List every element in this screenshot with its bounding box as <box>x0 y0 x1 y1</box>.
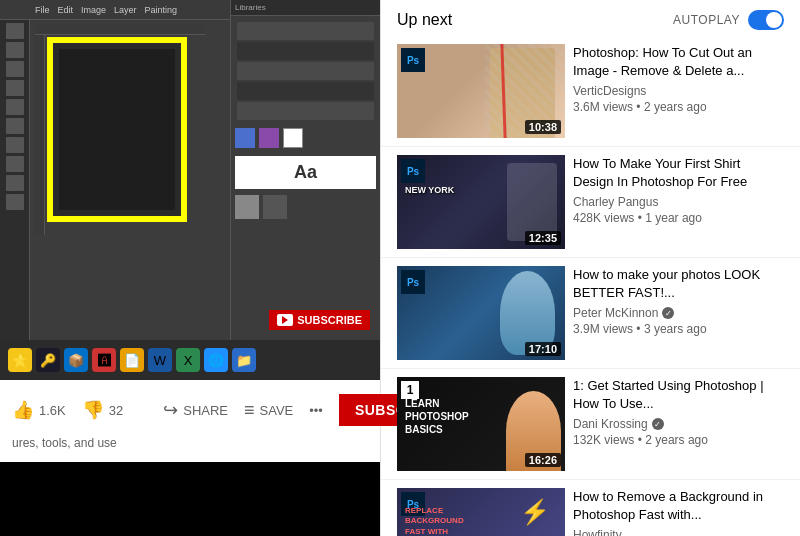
video-title-5: How to Remove a Background in Photoshop … <box>573 488 784 524</box>
play-triangle-icon <box>282 316 288 324</box>
video-content: File Edit Image Layer Painting <box>0 0 380 340</box>
thumb-wrap-1: Ps 10:38 <box>397 44 565 138</box>
video-meta-1: Photoshop: How To Cut Out an Image - Rem… <box>573 44 784 138</box>
ps-canvas <box>47 37 187 222</box>
ps-tool-9 <box>6 175 24 191</box>
thumb-wrap-5: Ps REPLACEBACKGROUNDFAST WITH ⚡ <box>397 488 565 536</box>
like-button[interactable]: 👍 1.6K <box>12 399 66 421</box>
video-views-1: 3.6M views • 2 years ago <box>573 100 784 114</box>
ps-tool-6 <box>6 118 24 134</box>
save-button[interactable]: ≡ SAVE <box>244 400 293 421</box>
video-description-snippet: ures, tools, and use <box>12 432 368 454</box>
video-player[interactable]: File Edit Image Layer Painting <box>0 0 380 340</box>
ps-panel-row-1 <box>237 22 374 40</box>
more-dots-icon: ••• <box>309 403 323 418</box>
duration-4: 16:26 <box>525 453 561 467</box>
ps-layer-styles <box>235 195 376 219</box>
ps-ruler-h <box>35 25 205 35</box>
ps-menu-edit: Edit <box>58 5 74 15</box>
ps-tab-painting: Painting <box>145 5 178 15</box>
sidebar-header: Up next AUTOPLAY <box>381 0 800 36</box>
recommended-video-4[interactable]: 1 LEARNPHOTOSHOPBASICS 16:26 1: Get Star… <box>381 369 800 480</box>
duration-3: 17:10 <box>525 342 561 356</box>
ps-tool-4 <box>6 80 24 96</box>
share-button[interactable]: ↪ SHARE <box>163 399 228 421</box>
video-channel-5: Howfinity <box>573 528 784 536</box>
subscribe-overlay-label: SUBSCRIBE <box>297 314 362 326</box>
video-area: File Edit Image Layer Painting <box>0 0 380 536</box>
ps-logo-2: Ps <box>401 159 425 183</box>
thumbs-down-icon: 👎 <box>82 399 104 421</box>
ps-tool-10 <box>6 194 24 210</box>
taskbar-adobe-icon: 🅰 <box>92 348 116 372</box>
person-silhouette <box>507 163 557 241</box>
swatch-purple <box>259 128 279 148</box>
lightning-icon: ⚡ <box>520 498 550 526</box>
taskbar-word-icon: W <box>148 348 172 372</box>
video-views-4: 132K views • 2 years ago <box>573 433 784 447</box>
autoplay-section: AUTOPLAY <box>673 10 784 30</box>
video-title-1: Photoshop: How To Cut Out an Image - Rem… <box>573 44 784 80</box>
video-channel-2: Charley Pangus <box>573 195 784 209</box>
recommended-video-1[interactable]: Ps 10:38 Photoshop: How To Cut Out an Im… <box>381 36 800 147</box>
ps-tool-5 <box>6 99 24 115</box>
ps-char-aa: Aa <box>294 162 317 183</box>
video-title-2: How To Make Your First Shirt Design In P… <box>573 155 784 191</box>
video-views-2: 428K views • 1 year ago <box>573 211 784 225</box>
toggle-knob <box>766 12 782 28</box>
ps-panel-row-4 <box>237 82 374 100</box>
ps-tool-8 <box>6 156 24 172</box>
dislike-button[interactable]: 👎 32 <box>82 399 123 421</box>
ps-layers-panel: Aa <box>231 16 380 223</box>
thumbnail-5: Ps REPLACEBACKGROUNDFAST WITH ⚡ <box>397 488 565 536</box>
ps-tool-1 <box>6 23 24 39</box>
taskbar-browser-icon: 🌐 <box>204 348 228 372</box>
sidebar: Up next AUTOPLAY Ps 10:38 Photoshop: How… <box>380 0 800 536</box>
taskbar-folder-icon: 📁 <box>232 348 256 372</box>
ps-ruler-v <box>35 35 45 235</box>
ps-logo-1: Ps <box>401 48 425 72</box>
ps-panel-row-3 <box>237 62 374 80</box>
shirt-text: NEW YORK <box>405 185 454 195</box>
taskbar-doc-icon: 📄 <box>120 348 144 372</box>
ps-menu-file: File <box>35 5 50 15</box>
video-info: 👍 1.6K 👎 32 ↪ SHARE ≡ SAVE ••• <box>0 380 380 462</box>
ps-tool-7 <box>6 137 24 153</box>
recommended-video-2[interactable]: Ps NEW YORK 12:35 How To Make Your First… <box>381 147 800 258</box>
video-actions: 👍 1.6K 👎 32 ↪ SHARE ≡ SAVE ••• <box>12 388 368 432</box>
video-channel-3: Peter McKinnon ✓ <box>573 306 784 320</box>
save-label: SAVE <box>260 403 294 418</box>
thumb-replace-text: REPLACEBACKGROUNDFAST WITH <box>405 506 464 536</box>
ps-libraries-label: Libraries <box>235 3 266 12</box>
autoplay-toggle[interactable] <box>748 10 784 30</box>
taskbar: ⭐ 🔑 📦 🅰 📄 W X 🌐 📁 <box>0 340 380 380</box>
video-title-4: 1: Get Started Using Photoshop | How To … <box>573 377 784 413</box>
youtube-icon-small <box>277 314 293 326</box>
video-channel-1: VerticDesigns <box>573 84 784 98</box>
video-channel-4: Dani Krossing ✓ <box>573 417 784 431</box>
ps-canvas-inner <box>59 49 175 210</box>
save-icon: ≡ <box>244 400 255 421</box>
subscribe-overlay[interactable]: SUBSCRIBE <box>269 310 370 330</box>
ps-menu-layer: Layer <box>114 5 137 15</box>
dislike-count: 32 <box>109 403 123 418</box>
swatch-blue <box>235 128 255 148</box>
more-button[interactable]: ••• <box>309 403 323 418</box>
taskbar-star-icon: ⭐ <box>8 348 32 372</box>
ps-tool-2 <box>6 42 24 58</box>
ps-panel-row-2 <box>237 42 374 60</box>
thumb-learn-text: LEARNPHOTOSHOPBASICS <box>405 397 469 436</box>
up-next-label: Up next <box>397 11 452 29</box>
recommended-video-3[interactable]: Ps 17:10 How to make your photos LOOK BE… <box>381 258 800 369</box>
autoplay-label: AUTOPLAY <box>673 13 740 27</box>
ps-panels: Libraries Aa <box>230 0 380 340</box>
share-icon: ↪ <box>163 399 178 421</box>
recommended-video-5[interactable]: Ps REPLACEBACKGROUNDFAST WITH ⚡ How to R… <box>381 480 800 536</box>
video-meta-5: How to Remove a Background in Photoshop … <box>573 488 784 536</box>
ps-canvas-area <box>35 25 205 235</box>
thumb-wrap-4: 1 LEARNPHOTOSHOPBASICS 16:26 <box>397 377 565 471</box>
video-meta-3: How to make your photos LOOK BETTER FAST… <box>573 266 784 360</box>
thumb-wrap-3: Ps 17:10 <box>397 266 565 360</box>
verified-icon-3: ✓ <box>662 307 674 319</box>
share-label: SHARE <box>183 403 228 418</box>
